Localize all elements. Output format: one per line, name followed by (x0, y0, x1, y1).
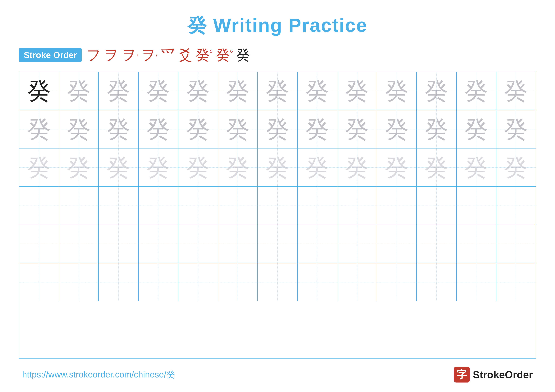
cell-1-12: 癸 (457, 72, 496, 110)
char-ghost: 癸 (425, 79, 448, 103)
cell-4-6[interactable] (218, 187, 258, 225)
char-ghost: 癸 (504, 79, 528, 103)
cell-6-1[interactable] (19, 263, 59, 301)
char-ghost: 癸 (266, 79, 289, 103)
grid-row-3: 癸 癸 癸 癸 癸 癸 癸 癸 癸 (19, 149, 536, 187)
cell-5-13[interactable] (496, 225, 536, 263)
cell-4-9[interactable] (337, 187, 377, 225)
cell-5-12[interactable] (457, 225, 496, 263)
cell-2-9: 癸 (337, 110, 377, 148)
char-ghost: 癸 (504, 117, 528, 141)
logo-text: StrokeOrder (473, 369, 533, 381)
cell-6-2[interactable] (59, 263, 99, 301)
cell-1-7: 癸 (258, 72, 297, 110)
char-ghost: 癸 (186, 79, 210, 103)
stroke-1: フ (86, 48, 101, 62)
cell-4-13[interactable] (496, 187, 536, 225)
cell-3-11: 癸 (417, 149, 456, 186)
grid-row-6 (19, 263, 536, 301)
cell-3-2: 癸 (59, 149, 99, 186)
cell-3-7: 癸 (258, 149, 297, 186)
char-ghost: 癸 (67, 117, 91, 141)
char-ghost: 癸 (226, 156, 250, 179)
cell-4-5[interactable] (178, 187, 218, 225)
cell-5-9[interactable] (337, 225, 377, 263)
cell-4-2[interactable] (59, 187, 99, 225)
char-ghost: 癸 (305, 156, 329, 179)
cell-5-8[interactable] (298, 225, 337, 263)
cell-2-10: 癸 (377, 110, 417, 148)
cell-6-11[interactable] (417, 263, 456, 301)
page-title: 癸 Writing Practice (188, 13, 367, 38)
grid-row-4 (19, 187, 536, 225)
title-text: Writing Practice (207, 14, 367, 36)
cell-3-5: 癸 (178, 149, 218, 186)
cell-6-13[interactable] (496, 263, 536, 301)
cell-6-9[interactable] (337, 263, 377, 301)
char-ghost: 癸 (345, 117, 369, 141)
cell-5-4[interactable] (139, 225, 178, 263)
cell-4-4[interactable] (139, 187, 178, 225)
char-ghost: 癸 (186, 117, 210, 141)
stroke-7: 癸⁵ (196, 48, 213, 62)
footer-url[interactable]: https://www.strokeorder.com/chinese/癸 (22, 369, 175, 380)
cell-6-12[interactable] (457, 263, 496, 301)
cell-4-10[interactable] (377, 187, 417, 225)
char-ghost: 癸 (266, 156, 289, 179)
cell-4-11[interactable] (417, 187, 456, 225)
cell-5-11[interactable] (417, 225, 456, 263)
char-ghost: 癸 (146, 156, 170, 179)
cell-4-8[interactable] (298, 187, 337, 225)
cell-6-10[interactable] (377, 263, 417, 301)
cell-5-7[interactable] (258, 225, 297, 263)
cell-1-1: 癸 (19, 72, 59, 110)
char-ghost: 癸 (464, 156, 488, 179)
stroke-8: 癸⁶ (216, 48, 233, 62)
char-ghost: 癸 (67, 79, 91, 103)
cell-3-1: 癸 (19, 149, 59, 186)
cell-6-7[interactable] (258, 263, 297, 301)
char-ghost: 癸 (425, 117, 448, 141)
char-ghost: 癸 (107, 117, 130, 141)
cell-5-6[interactable] (218, 225, 258, 263)
cell-5-2[interactable] (59, 225, 99, 263)
stroke-2: ヲ (104, 48, 119, 62)
cell-6-4[interactable] (139, 263, 178, 301)
cell-5-1[interactable] (19, 225, 59, 263)
cell-1-11: 癸 (417, 72, 456, 110)
cell-1-3: 癸 (99, 72, 139, 110)
stroke-5: 爫 (161, 48, 175, 62)
cell-3-12: 癸 (457, 149, 496, 186)
stroke-order-row: Stroke Order フ ヲ ヲ′ ヲ′ 爫 爻 癸⁵ 癸⁶ 癸 (19, 48, 536, 62)
stroke-9: 癸 (236, 48, 250, 62)
practice-grid: 癸 癸 癸 癸 癸 癸 癸 癸 癸 (19, 72, 536, 359)
cell-5-10[interactable] (377, 225, 417, 263)
cell-6-5[interactable] (178, 263, 218, 301)
cell-2-11: 癸 (417, 110, 456, 148)
cell-1-9: 癸 (337, 72, 377, 110)
cell-6-3[interactable] (99, 263, 139, 301)
grid-row-1: 癸 癸 癸 癸 癸 癸 癸 癸 癸 (19, 72, 536, 110)
cell-4-1[interactable] (19, 187, 59, 225)
cell-4-7[interactable] (258, 187, 297, 225)
footer-logo: 字 StrokeOrder (454, 367, 533, 383)
char-ghost: 癸 (305, 79, 329, 103)
cell-1-13: 癸 (496, 72, 536, 110)
char-ghost: 癸 (67, 156, 91, 179)
char-ghost: 癸 (385, 117, 409, 141)
title-char: 癸 (188, 14, 207, 36)
cell-4-12[interactable] (457, 187, 496, 225)
cell-6-8[interactable] (298, 263, 337, 301)
cell-2-8: 癸 (298, 110, 337, 148)
cell-5-3[interactable] (99, 225, 139, 263)
cell-2-6: 癸 (218, 110, 258, 148)
cell-4-3[interactable] (99, 187, 139, 225)
cell-5-5[interactable] (178, 225, 218, 263)
cell-6-6[interactable] (218, 263, 258, 301)
char-ghost: 癸 (345, 79, 369, 103)
footer: https://www.strokeorder.com/chinese/癸 字 … (19, 367, 536, 383)
char-ghost: 癸 (385, 156, 409, 179)
cell-3-8: 癸 (298, 149, 337, 186)
logo-icon: 字 (454, 367, 470, 383)
char-ghost: 癸 (146, 117, 170, 141)
